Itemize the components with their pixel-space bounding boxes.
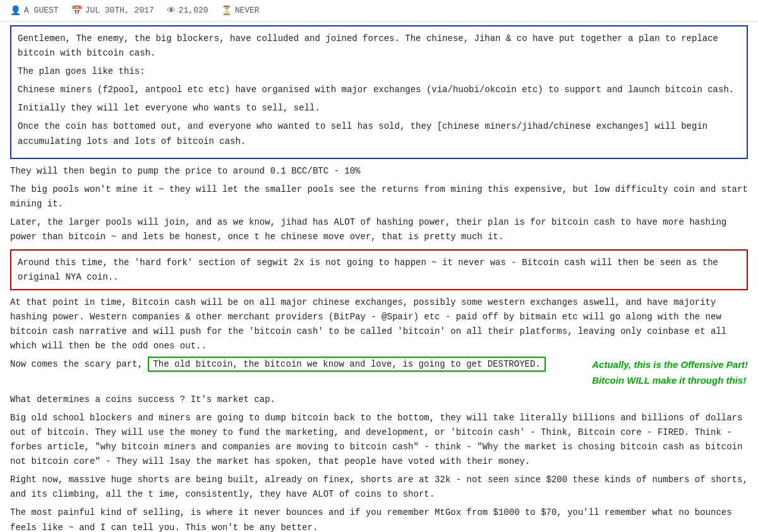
green-box-text: The old bitcoin, the bitcoin we know and… [153,359,540,369]
scary-line: Now comes the scary part, The old bitcoi… [10,357,748,389]
para1: They will then begin to pump the price t… [10,164,748,179]
para8: The most painful kind of selling, is whe… [10,505,748,532]
para6: Big old school blockers and miners are g… [10,411,748,469]
red-box: Around this time, the 'hard fork' sectio… [10,249,748,290]
green-box: The old bitcoin, the bitcoin we know and… [148,357,545,372]
page-wrapper: 👤 A GUEST 📅 JUL 30TH, 2017 👁 21,020 ⏳ NE… [0,0,758,532]
author-item: 👤 A GUEST [10,5,59,16]
inline-comment: Actually, this is the Offensive Part! Bi… [592,357,748,389]
timer-icon: ⏳ [221,5,232,16]
comment-line2: Bitcoin WILL make it through this! [592,375,746,386]
content-area: Gentlemen, The enemy, the big blockers, … [0,21,758,532]
eye-icon: 👁 [167,6,176,16]
blue-box: Gentlemen, The enemy, the big blockers, … [10,25,748,159]
expiry-label: NEVER [235,6,260,15]
para5: What determines a coins success ? It's m… [10,393,748,407]
blue-line-5: Once the coin has bottomed out, and ever… [18,119,740,148]
author-label: A GUEST [24,6,59,15]
blue-line-4: Initially they will let everyone who wan… [18,101,740,115]
date-item: 📅 JUL 30TH, 2017 [71,5,154,16]
para3: Later, the larger pools will join, and a… [10,215,748,244]
user-icon: 👤 [10,5,21,16]
blue-line-3: Chinese miners (f2pool, antpool etc etc)… [18,83,740,97]
date-label: JUL 30TH, 2017 [85,6,154,15]
expiry-item: ⏳ NEVER [221,5,260,16]
para4: At that point in time, Bitcoin cash will… [10,295,748,353]
views-label: 21,020 [179,6,208,15]
scary-prefix: Now comes the scary part, [10,359,143,369]
blue-line-2: The plan goes like this: [18,64,740,79]
comment-line1: Actually, this is the Offensive Part! [592,359,748,370]
para7: Right now, massive huge shorts are being… [10,473,748,502]
para2: The big pools won't mine it ~ they will … [10,182,748,211]
red-line-1: Around this time, the 'hard fork' sectio… [18,256,740,284]
views-item: 👁 21,020 [167,6,208,16]
blue-line-1: Gentlemen, The enemy, the big blockers, … [18,32,740,61]
calendar-icon: 📅 [71,5,82,16]
scary-text: Now comes the scary part, The old bitcoi… [10,357,573,372]
meta-bar: 👤 A GUEST 📅 JUL 30TH, 2017 👁 21,020 ⏳ NE… [0,0,758,21]
